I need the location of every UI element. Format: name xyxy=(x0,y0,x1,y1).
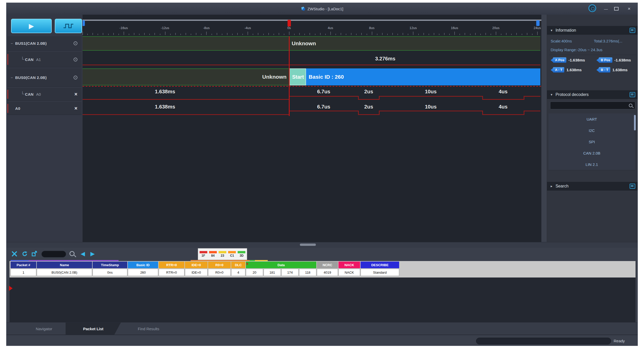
search-settings-icon[interactable] xyxy=(630,184,635,189)
decode-segment-start[interactable]: Start xyxy=(289,68,306,85)
table-cell[interactable]: Standard xyxy=(361,269,399,276)
maximize-button[interactable] xyxy=(612,6,620,12)
channel-row-a0[interactable]: A0× xyxy=(7,102,82,115)
table-cell[interactable]: NACK xyxy=(338,269,360,276)
screenshot-stage: ZWStudio - [LaDoc1] — × ▶ −BUS1(CAN 2.0B… xyxy=(0,0,644,349)
collapse-arrow-icon: ▼ xyxy=(550,93,553,96)
ruler-tick xyxy=(454,32,455,35)
table-cell[interactable]: 181 xyxy=(264,269,281,276)
table-cell[interactable]: 4 xyxy=(231,269,245,276)
table-cell[interactable]: 174 xyxy=(281,269,299,276)
table-cell[interactable]: IDE=0 xyxy=(185,269,208,276)
decode-segment-blank[interactable] xyxy=(83,36,289,51)
channel-row-bus1-can-2-0b-[interactable]: −BUS1(CAN 2.0B) xyxy=(7,36,82,51)
minimize-button[interactable]: — xyxy=(602,6,610,12)
table-header-rtr-0[interactable]: RTR=0 xyxy=(159,262,184,268)
table-header-basic-id[interactable]: Basic ID xyxy=(128,262,158,268)
table-header-ncrc[interactable]: NCRC xyxy=(317,262,338,268)
protocol-decoders-section-header[interactable]: ▼ Protocol decoders xyxy=(547,90,638,99)
table-cell[interactable]: 0ns xyxy=(93,269,127,276)
cursor-a-flag-icon[interactable] xyxy=(83,20,85,26)
channel-delete-icon[interactable]: × xyxy=(74,106,77,110)
table-header-name[interactable]: Name xyxy=(37,262,92,268)
waveform-area[interactable]: -16us-12us-8us-4us0s4us8us12us16us20us24… xyxy=(83,15,541,242)
wave-scrollbar-handle[interactable] xyxy=(300,244,316,246)
table-cell[interactable]: 4019 xyxy=(317,269,338,276)
ruler-tick xyxy=(424,33,424,35)
collapse-toggle-icon[interactable]: − xyxy=(8,41,15,46)
decode-segment-basic-id-260[interactable]: Basic ID : 260 xyxy=(306,68,540,85)
ruler-tick xyxy=(367,34,367,35)
channel-settings-icon[interactable] xyxy=(74,41,77,45)
legend-value: 1F xyxy=(202,254,205,257)
legend-color-bar xyxy=(209,251,217,253)
decoder-list-scrollbar[interactable] xyxy=(634,115,636,130)
ruler-tick xyxy=(253,34,253,35)
cursor-b-flag-icon[interactable] xyxy=(536,20,540,26)
channel-row-can[interactable]: └CANA0× xyxy=(7,88,82,101)
table-cell[interactable]: 20 xyxy=(246,269,263,276)
vertical-splitter[interactable] xyxy=(541,15,547,242)
decoder-item-i2c[interactable]: I2C xyxy=(549,125,635,136)
cursor-tag-chip[interactable]: A - T xyxy=(551,67,564,73)
trigger-settings-button[interactable] xyxy=(55,19,82,33)
table-header-data[interactable]: Data xyxy=(246,262,316,268)
tab-find-results[interactable]: Find Results xyxy=(125,323,172,335)
table-header-packet-[interactable]: Packet # xyxy=(11,262,36,268)
table-cell[interactable]: R0=0 xyxy=(208,269,231,276)
tab-navigator[interactable]: Navigator xyxy=(26,323,62,335)
horizontal-splitter[interactable] xyxy=(6,242,638,248)
channel-row-can[interactable]: └CANA1 xyxy=(7,52,82,67)
add-decoder-icon[interactable] xyxy=(630,92,635,97)
ruler-tick xyxy=(434,33,434,35)
packet-search-icon[interactable] xyxy=(69,251,75,256)
ruler-tick xyxy=(103,33,103,35)
table-cell[interactable]: BUS0(CAN 2.0B) xyxy=(37,269,92,276)
playhead-marker-icon[interactable] xyxy=(9,286,13,291)
search-section-title: Search xyxy=(556,184,569,189)
decoder-item-uart[interactable]: UART xyxy=(549,113,635,125)
table-header-r0-0[interactable]: R0=0 xyxy=(208,262,231,268)
ruler-tick xyxy=(139,34,139,35)
collapse-toggle-icon[interactable]: − xyxy=(8,75,15,80)
ruler-tick xyxy=(377,34,377,35)
next-packet-button[interactable]: ▶ xyxy=(89,250,96,257)
decoder-item-spi[interactable]: SPI xyxy=(549,136,635,148)
table-cell[interactable]: RTR=0 xyxy=(159,269,184,276)
table-header-dlc[interactable]: DLC xyxy=(231,262,245,268)
cursor-tag-chip[interactable]: B - T xyxy=(596,67,610,73)
decoder-item-can-2-0b[interactable]: CAN 2.0B xyxy=(549,147,635,159)
table-cell[interactable]: 260 xyxy=(128,269,158,276)
tab-packet-list[interactable]: Packet List xyxy=(66,323,121,335)
search-section-header[interactable]: ► Search xyxy=(547,182,638,191)
tools-icon[interactable] xyxy=(11,250,18,257)
prev-packet-button[interactable]: ◀ xyxy=(79,250,87,257)
trigger-flag-icon[interactable] xyxy=(288,20,291,26)
channel-row-bus0-can-2-0b-[interactable]: −BUS0(CAN 2.0B) xyxy=(7,68,82,87)
cursor-tag-chip[interactable]: B Pos xyxy=(596,57,612,63)
run-button[interactable]: ▶ xyxy=(11,19,52,33)
chip-label: A Pos xyxy=(553,57,566,63)
settings-gear-icon[interactable] xyxy=(588,4,596,12)
channel-delete-icon[interactable]: × xyxy=(74,92,77,96)
channel-settings-icon[interactable] xyxy=(74,58,77,61)
panel-options-icon[interactable] xyxy=(630,28,635,33)
decoder-item-lin-2-1[interactable]: LIN 2.1 xyxy=(549,159,635,170)
packet-filter-input[interactable] xyxy=(41,251,66,257)
refresh-icon[interactable] xyxy=(21,250,29,257)
table-header-describe[interactable]: DESCRIBE xyxy=(361,262,399,268)
export-icon[interactable] xyxy=(31,250,38,257)
close-button[interactable]: × xyxy=(625,6,633,12)
trigger-cursor-line[interactable] xyxy=(289,36,290,116)
table-cell[interactable]: 118 xyxy=(299,269,316,276)
table-header-timestamp[interactable]: TimeStamp xyxy=(93,262,127,268)
decoder-search-input[interactable] xyxy=(550,102,635,109)
decode-segment-unknown[interactable]: Unknown xyxy=(83,68,289,85)
cursor-tag-chip[interactable]: A Pos xyxy=(551,57,566,63)
information-section-header[interactable]: ▼ Information xyxy=(547,26,638,35)
table-cell[interactable]: 1 xyxy=(11,269,36,276)
table-header-nack[interactable]: NACK xyxy=(338,262,360,268)
decode-segment-unknown[interactable]: Unknown xyxy=(289,36,540,51)
table-header-ide-0[interactable]: IDE=0 xyxy=(185,262,208,268)
channel-settings-icon[interactable] xyxy=(74,76,77,79)
